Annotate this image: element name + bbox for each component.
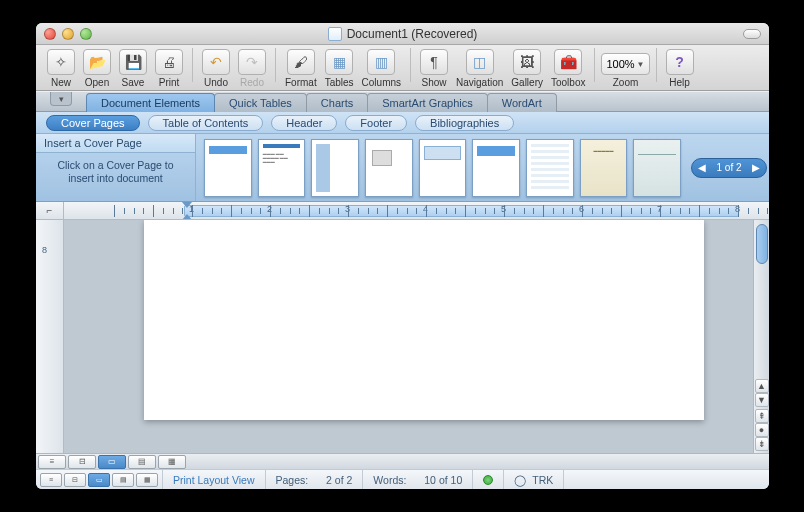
zoom-label: Zoom — [613, 77, 639, 88]
document-area: 8 ▲ ▼ ⇞ ● ⇟ — [36, 220, 769, 453]
toolbar-toggle-button[interactable] — [743, 29, 761, 39]
browse-object-button[interactable]: ● — [755, 423, 769, 437]
status-view-notebook[interactable]: ▤ — [112, 473, 134, 487]
horizontal-ruler[interactable]: ⌐ 12345678 — [36, 202, 769, 220]
tab-stop-selector[interactable]: ⌐ — [36, 202, 64, 219]
cover-page-thumb-8[interactable]: ▬▬▬▬▬ — [580, 139, 628, 197]
document-viewport[interactable] — [64, 220, 769, 453]
status-view-print[interactable]: ▭ — [88, 473, 110, 487]
undo-button[interactable]: ↶Undo — [199, 49, 233, 90]
prev-page-button[interactable]: ⇞ — [755, 409, 769, 423]
cover-page-thumb-1[interactable] — [204, 139, 252, 197]
document-page[interactable] — [144, 220, 704, 420]
gallery-next-button[interactable]: ▶ — [748, 162, 764, 173]
new-button[interactable]: ✧New — [44, 49, 78, 90]
status-view-draft[interactable]: ≡ — [40, 473, 62, 487]
next-page-button[interactable]: ⇟ — [755, 437, 769, 451]
words-status[interactable]: Words: 10 of 10 — [363, 470, 473, 489]
subtab-table-of-contents[interactable]: Table of Contents — [148, 115, 264, 131]
document-icon — [328, 27, 342, 41]
view-publishing-button[interactable]: ▦ — [158, 455, 186, 469]
spell-ok-icon — [483, 475, 493, 485]
cover-page-thumb-3[interactable] — [311, 139, 359, 197]
help-button[interactable]: ?Help — [663, 49, 697, 90]
insert-cover-page-command[interactable]: Insert a Cover Page — [36, 134, 195, 153]
tab-document-elements[interactable]: Document Elements — [86, 93, 215, 112]
window-title: Document1 (Recovered) — [347, 27, 478, 41]
gallery-page-indicator: 1 of 2 — [710, 162, 747, 173]
ribbon-collapse-button[interactable]: ▾ — [50, 92, 72, 106]
gallery-button[interactable]: 🖼Gallery — [508, 49, 546, 90]
view-outline-button[interactable]: ⊟ — [68, 455, 96, 469]
first-line-indent-marker[interactable] — [182, 214, 192, 219]
columns-button[interactable]: ▥Columns — [359, 49, 404, 90]
cover-page-thumb-5[interactable] — [419, 139, 467, 197]
open-button[interactable]: 📂Open — [80, 49, 114, 90]
tables-button[interactable]: ▦Tables — [322, 49, 357, 90]
tab-charts[interactable]: Charts — [306, 93, 368, 112]
scroll-down-button[interactable]: ▼ — [755, 393, 769, 407]
vertical-ruler[interactable]: 8 — [36, 220, 64, 453]
track-changes-status[interactable]: ◯ TRK — [504, 470, 564, 489]
navigation-button[interactable]: ◫Navigation — [453, 49, 506, 90]
subtab-footer[interactable]: Footer — [345, 115, 407, 131]
save-button[interactable]: 💾Save — [116, 49, 150, 90]
ribbon-tabs: ▾ Document Elements Quick Tables Charts … — [36, 91, 769, 112]
format-button[interactable]: 🖌Format — [282, 49, 320, 90]
gallery-pager: ◀ 1 of 2 ▶ — [691, 158, 766, 178]
view-mode-label[interactable]: Print Layout View — [163, 470, 266, 489]
zoom-dropdown[interactable]: 100%▼ — [601, 53, 649, 75]
view-page-layout-button[interactable]: ▭ — [98, 455, 126, 469]
show-button[interactable]: ¶Show — [417, 49, 451, 90]
horizontal-scrollbar-row: ≡ ⊟ ▭ ▤ ▦ — [36, 453, 769, 469]
status-bar: ≡ ⊟ ▭ ▤ ▦ Print Layout View Pages: 2 of … — [36, 469, 769, 489]
subtab-header[interactable]: Header — [271, 115, 337, 131]
spell-check-status[interactable] — [473, 470, 504, 489]
tab-quick-tables[interactable]: Quick Tables — [214, 93, 307, 112]
main-toolbar: ✧New 📂Open 💾Save 🖨Print ↶Undo ↷Redo 🖌For… — [36, 45, 769, 91]
titlebar: Document1 (Recovered) — [36, 23, 769, 45]
subtab-cover-pages[interactable]: Cover Pages — [46, 115, 140, 131]
tab-wordart[interactable]: WordArt — [487, 93, 557, 112]
vertical-scrollbar[interactable]: ▲ ▼ ⇞ ● ⇟ — [753, 220, 769, 453]
pages-status[interactable]: Pages: 2 of 2 — [266, 470, 364, 489]
gallery-hint: Click on a Cover Page to insert into doc… — [36, 153, 195, 191]
gallery-prev-button[interactable]: ◀ — [694, 162, 710, 173]
scroll-up-button[interactable]: ▲ — [755, 379, 769, 393]
redo-button[interactable]: ↷Redo — [235, 49, 269, 90]
view-normal-button[interactable]: ≡ — [38, 455, 66, 469]
view-notebook-button[interactable]: ▤ — [128, 455, 156, 469]
tab-smartart-graphics[interactable]: SmartArt Graphics — [367, 93, 487, 112]
cover-page-thumb-6[interactable] — [472, 139, 520, 197]
ribbon-subtabs: Cover Pages Table of Contents Header Foo… — [36, 112, 769, 134]
subtab-bibliographies[interactable]: Bibliographies — [415, 115, 514, 131]
print-button[interactable]: 🖨Print — [152, 49, 186, 90]
toolbox-button[interactable]: 🧰Toolbox — [548, 49, 588, 90]
status-view-publishing[interactable]: ▦ — [136, 473, 158, 487]
cover-page-gallery: Insert a Cover Page Click on a Cover Pag… — [36, 134, 769, 202]
cover-page-thumb-9[interactable] — [633, 139, 681, 197]
scroll-thumb[interactable] — [756, 224, 768, 264]
app-window: Document1 (Recovered) ✧New 📂Open 💾Save 🖨… — [36, 23, 769, 489]
cover-page-thumb-4[interactable] — [365, 139, 413, 197]
status-view-outline[interactable]: ⊟ — [64, 473, 86, 487]
cover-page-thumb-2[interactable]: ▬▬▬ ▬▬ ▬▬▬▬ ▬▬ ▬▬▬ — [258, 139, 306, 197]
cover-page-thumb-7[interactable] — [526, 139, 574, 197]
